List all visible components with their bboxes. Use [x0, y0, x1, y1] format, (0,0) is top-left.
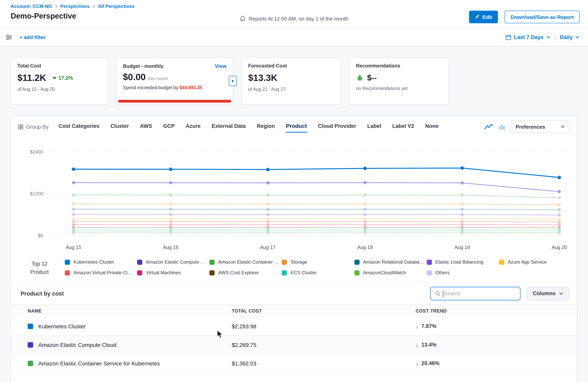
tab-label[interactable]: Label	[367, 121, 382, 133]
report-schedule: Reports At 12:00 AM, on day 1 of the mon…	[240, 15, 348, 22]
tab-none[interactable]: None	[425, 121, 439, 133]
cost-line-chart[interactable]: $0$1200$2400Aug 15Aug 16Aug 17Aug 18Aug …	[15, 136, 573, 254]
triangle-down-icon	[53, 77, 57, 79]
legend-item[interactable]: AWS Cost Explorer	[210, 270, 280, 275]
tab-product[interactable]: Product	[286, 121, 307, 133]
legend-item[interactable]: Kubernetes Cluster	[65, 259, 135, 265]
budget-expand-button[interactable]	[229, 76, 237, 86]
total-cost-label: Total Cost	[17, 63, 101, 69]
budget-exceeded-text: Spend exceeded budget by $44,693.35	[123, 85, 226, 90]
legend-item[interactable]: Storage	[282, 259, 352, 265]
bar-chart-toggle-icon[interactable]	[499, 124, 505, 130]
total-cost-trend: 17.2%	[53, 75, 73, 81]
legend-label: ECS Cluster	[291, 270, 317, 275]
trend-down-arrow-icon: ↓	[416, 323, 419, 330]
edit-button[interactable]: Edit	[469, 11, 498, 23]
line-chart-toggle-icon[interactable]	[484, 124, 493, 130]
product-color-swatch	[28, 361, 33, 366]
forecasted-cost-period: of Aug 21 - Aug 27	[248, 87, 334, 92]
columns-dropdown-button[interactable]: Columns	[527, 287, 569, 300]
breadcrumb-perspectives-link[interactable]: Perspectives	[60, 3, 89, 9]
text-cursor	[443, 290, 443, 297]
tab-cluster[interactable]: Cluster	[110, 121, 129, 133]
legend-item[interactable]: Amazon Elastic Compute Clo...	[137, 259, 207, 265]
legend-item[interactable]: ECS Cluster	[282, 270, 352, 275]
perspective-panel: Group By Cost CategoriesClusterAWSGCPAzu…	[11, 116, 577, 382]
legend-item[interactable]: Others	[427, 270, 497, 275]
total-cost-period: of Aug 15 - Aug 20	[17, 87, 101, 92]
chart-controls: Preferences	[484, 120, 570, 133]
product-name: Amazon Elastic Container Service for Kub…	[38, 360, 160, 367]
legend-label: Kubernetes Cluster	[74, 259, 114, 265]
forecasted-cost-label: Forecasted Cost	[248, 63, 334, 69]
tab-region[interactable]: Region	[256, 121, 275, 133]
trend-down-arrow-icon: ↓	[416, 360, 419, 367]
tab-cost-categories[interactable]: Cost Categories	[58, 121, 100, 133]
legend-item[interactable]: Amazon Relational Database ...	[354, 259, 424, 265]
chart-area: $0$1200$2400Aug 15Aug 16Aug 17Aug 18Aug …	[11, 135, 577, 254]
breadcrumb-all-perspectives-link[interactable]: All Perspectives	[98, 3, 134, 9]
table-toolbar: Product by cost Columns	[11, 283, 577, 305]
add-filter-button[interactable]: + add filter	[19, 34, 45, 40]
group-by-row: Group By Cost CategoriesClusterAWSGCPAzu…	[11, 116, 577, 135]
breadcrumb-account-link[interactable]: Account: CCM-NG	[11, 3, 52, 9]
legend-swatch	[427, 270, 432, 275]
header-left: Account: CCM-NG Perspectives All Perspec…	[11, 3, 135, 28]
tab-cloud-provider[interactable]: Cloud Provider	[317, 121, 357, 133]
table-row[interactable]: Kubernetes Cluster$2,283.98↓7.87%	[11, 317, 577, 336]
summary-cards-row: Total Cost $11.2K 17.2% of Aug 15 - Aug …	[0, 47, 588, 116]
filter-bar: + add filter Last 7 Days | Daily	[0, 28, 588, 47]
edit-button-label: Edit	[483, 14, 492, 20]
recommendations-label: Recommendations	[356, 63, 442, 69]
total-cost-card: Total Cost $11.2K 17.2% of Aug 15 - Aug …	[11, 57, 108, 105]
chevron-down-icon	[559, 292, 563, 295]
search-box	[430, 287, 520, 300]
page-header: Account: CCM-NG Perspectives All Perspec…	[0, 0, 588, 28]
column-header-cost-trend[interactable]: COST TREND	[416, 305, 577, 317]
legend-item[interactable]: Virtual Machines	[137, 270, 207, 275]
recommendations-value: $--	[367, 73, 377, 82]
granularity-selector[interactable]: Daily	[560, 34, 579, 40]
budget-view-link[interactable]: View	[215, 63, 226, 69]
pencil-icon	[475, 14, 480, 20]
recommendations-card: Recommendations $ $-- no Recommendations…	[349, 57, 449, 105]
legend-item[interactable]: AmazonCloudWatch	[354, 270, 424, 275]
product-name: Kubernetes Cluster	[38, 323, 86, 329]
product-name: Amazon Elastic Compute Cloud	[38, 342, 116, 348]
bell-icon	[240, 15, 246, 22]
group-by-label: Group By	[18, 124, 49, 130]
legend-item[interactable]: Amazon Elastic Container Se...	[210, 259, 280, 265]
table-row[interactable]: Amazon Elastic Compute Cloud$2,269.75↓13…	[11, 336, 577, 354]
legend-item[interactable]: Elastic Load Balancing	[427, 259, 497, 265]
tab-external-data[interactable]: External Data	[211, 121, 246, 133]
time-range-label: Last 7 Days	[514, 34, 544, 40]
download-save-report-button[interactable]: Download/Save as Report	[505, 11, 580, 23]
cost-trend-cell: ↓20.46%	[416, 360, 577, 367]
legend-label: Storage	[291, 259, 307, 265]
legend-label: Amazon Virtual Private Cloud	[74, 270, 135, 275]
search-input[interactable]	[444, 291, 516, 297]
tab-gcp[interactable]: GCP	[163, 121, 175, 133]
svg-text:$2400: $2400	[30, 149, 43, 154]
table-row[interactable]: Amazon Elastic Container Service for Kub…	[11, 354, 577, 373]
legend-swatch	[499, 259, 504, 265]
tab-aws[interactable]: AWS	[140, 121, 152, 133]
filter-sliders-icon[interactable]	[5, 34, 12, 40]
column-header-name[interactable]: NAME	[11, 305, 232, 317]
legend-swatch	[137, 270, 142, 275]
tab-label-v2[interactable]: Label V2	[392, 121, 415, 133]
tab-azure[interactable]: Azure	[185, 121, 201, 133]
legend-label: Elastic Load Balancing	[435, 259, 483, 265]
column-header-total-cost[interactable]: TOTAL COST	[232, 305, 416, 317]
cost-trend-cell: ↓7.87%	[416, 323, 577, 330]
legend-item[interactable]: Amazon Virtual Private Cloud	[65, 270, 135, 275]
budget-exceeded-amount: $44,693.35	[180, 85, 202, 90]
legend-swatch	[65, 259, 70, 265]
cost-table-body: Kubernetes Cluster$2,283.98↓7.87%Amazon …	[11, 317, 577, 373]
legend-item[interactable]: Azure App Service	[499, 259, 569, 265]
time-range-selector[interactable]: Last 7 Days	[505, 34, 550, 40]
total-cost-cell: $2,283.98	[232, 317, 416, 336]
preferences-dropdown[interactable]: Preferences	[511, 120, 570, 133]
legend-swatch	[282, 270, 287, 275]
recommendations-sublabel: no Recommendations yet	[356, 86, 442, 91]
